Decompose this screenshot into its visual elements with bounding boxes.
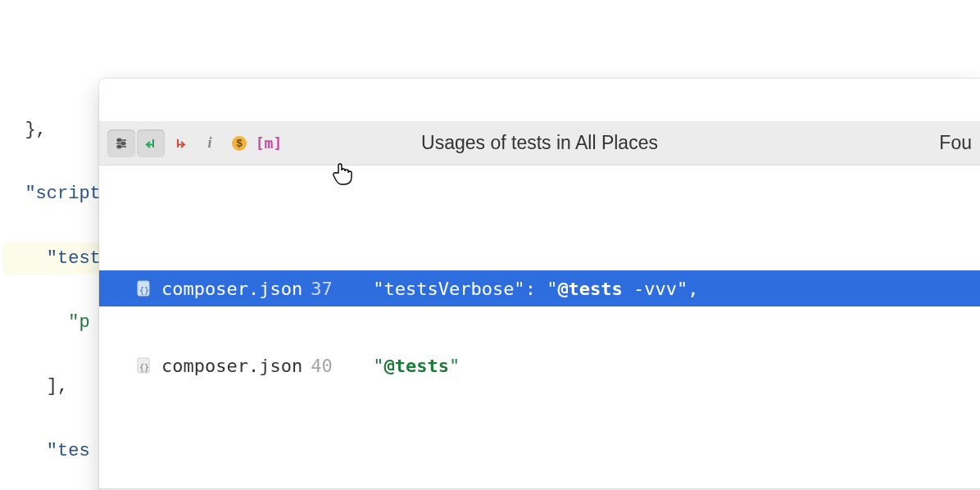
- json-file-icon: {}: [135, 356, 153, 374]
- dollar-icon[interactable]: $: [225, 129, 253, 157]
- json-file-icon: {}: [135, 279, 153, 297]
- popup-title: Usages of tests in All Places: [421, 132, 658, 154]
- m-icon[interactable]: [m]: [255, 129, 283, 157]
- usages-popup: i $ [m] Usages of tests in All Places Fo…: [99, 79, 980, 490]
- open-in-left-split-icon[interactable]: [137, 129, 165, 157]
- file-name: composer.json: [161, 356, 302, 376]
- code-snippet: "@tests": [373, 356, 460, 376]
- usage-row[interactable]: {} composer.json 37 "testsVerbose": "@te…: [99, 270, 980, 306]
- usage-row[interactable]: {} composer.json 40 "@tests": [99, 347, 980, 383]
- info-icon[interactable]: i: [196, 129, 224, 157]
- line-number: 37: [311, 279, 343, 299]
- svg-text:$: $: [236, 137, 243, 149]
- code-snippet: "testsVerbose": "@tests -vvv",: [373, 279, 698, 299]
- svg-rect-4: [122, 142, 125, 144]
- popup-toolbar: i $ [m] Usages of tests in All Places Fo…: [99, 121, 980, 166]
- svg-rect-3: [118, 138, 120, 141]
- usages-list: {} composer.json 37 "testsVerbose": "@te…: [99, 229, 980, 424]
- found-count: Fou: [939, 132, 972, 154]
- svg-text:{}: {}: [139, 363, 149, 372]
- line-number: 40: [311, 356, 343, 376]
- file-name: composer.json: [161, 279, 302, 299]
- svg-rect-5: [118, 145, 120, 147]
- open-in-right-split-icon[interactable]: [166, 129, 194, 157]
- settings-icon[interactable]: [107, 129, 135, 157]
- svg-text:{}: {}: [139, 286, 149, 295]
